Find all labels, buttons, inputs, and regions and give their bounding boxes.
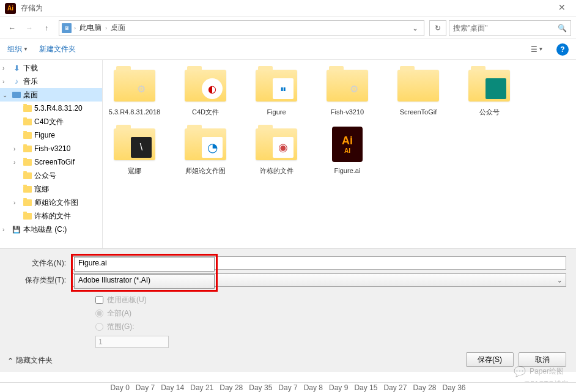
sidebar-item-label: 桌面 (23, 90, 38, 100)
file-label: 5.3.R4.8.31.2018 (108, 108, 161, 116)
filetype-hl: Adobe Illustrator (*.AI) (74, 274, 215, 289)
folder-icon: ◐ (185, 70, 226, 102)
sidebar-item-6[interactable]: ›Fish-v3210 (0, 142, 102, 155)
sidebar-item-label: 公众号 (34, 171, 56, 181)
main-area: ›⬇下载›♪音乐⌄桌面 5.3.R4.8.31.20 C4D文件 Figure›… (0, 60, 576, 248)
folder-icon (23, 171, 32, 180)
file-label: 公众号 (462, 108, 516, 116)
music-icon: ♪ (12, 77, 21, 86)
sidebar-item-11[interactable]: 许栋的文件 (0, 209, 102, 223)
file-item-0[interactable]: ⚙5.3.R4.8.31.2018 (108, 66, 161, 116)
all-radio[interactable] (95, 309, 103, 317)
search-icon[interactable]: 🔍 (558, 24, 567, 32)
range-input[interactable] (95, 336, 169, 348)
folder-icon: ⚙ (114, 70, 155, 102)
back-button[interactable]: ← (5, 21, 20, 35)
file-label: Fish-v3210 (320, 108, 374, 116)
sidebar: ›⬇下载›♪音乐⌄桌面 5.3.R4.8.31.20 C4D文件 Figure›… (0, 60, 103, 248)
app-icon: Ai (5, 3, 16, 14)
file-item-7[interactable]: ◔师姐论文作图 (179, 125, 232, 175)
chevron-up-icon: ⌃ (7, 357, 13, 365)
sidebar-item-0[interactable]: ›⬇下载 (0, 61, 102, 75)
chevron-icon (13, 213, 21, 220)
file-item-2[interactable]: ▮▮Figure (249, 66, 303, 116)
sidebar-item-9[interactable]: 寇娜 (0, 182, 102, 196)
ai-file-icon: AiAI (332, 127, 363, 162)
new-folder-button[interactable]: 新建文件夹 (39, 44, 76, 54)
close-button[interactable]: ✕ (553, 2, 571, 15)
forward-button[interactable]: → (22, 21, 37, 35)
file-item-9[interactable]: AiAIFigure.ai (320, 125, 374, 175)
folder-icon (23, 131, 32, 139)
organize-menu[interactable]: 组织▼ (7, 44, 28, 54)
file-item-4[interactable]: ScreenToGif (391, 66, 445, 116)
file-item-6[interactable]: \寇娜 (108, 125, 161, 175)
use-artboard-checkbox[interactable] (95, 296, 103, 304)
folder-icon (23, 144, 32, 153)
sidebar-item-1[interactable]: ›♪音乐 (0, 75, 102, 88)
view-menu[interactable]: ☰ ▼ (528, 42, 545, 57)
folder-icon: ◉ (256, 128, 297, 160)
chevron-icon: › (2, 65, 10, 72)
sidebar-item-label: ScreenToGif (34, 158, 75, 166)
disk-icon: 💾 (12, 225, 21, 234)
chevron-icon (13, 105, 21, 112)
download-icon: ⬇ (12, 64, 21, 72)
sidebar-item-label: 音乐 (23, 76, 38, 87)
refresh-button[interactable]: ↻ (429, 20, 446, 36)
sidebar-item-label: 下载 (23, 63, 38, 73)
highlighted-fields: Figure.ai Adobe Illustrator (*.AI) (71, 254, 218, 292)
file-item-5[interactable]: 公众号 (462, 66, 516, 116)
toolbar: 组织▼ 新建文件夹 ☰ ▼ ? (0, 39, 576, 60)
use-artboard-label: 使用画板(U) (107, 295, 147, 305)
breadcrumb-dropdown[interactable]: ⌄ (409, 24, 421, 32)
breadcrumb[interactable]: 🖥 › 此电脑 › 桌面 ⌄ (59, 20, 424, 36)
search-box[interactable]: 🔍 (449, 20, 571, 36)
folder-icon: ⚙ (327, 70, 368, 102)
sidebar-item-label: 本地磁盘 (C:) (23, 224, 67, 235)
breadcrumb-current[interactable]: 桌面 (109, 23, 127, 33)
sidebar-item-label: Figure (34, 131, 55, 139)
sidebar-item-10[interactable]: ›师姐论文作图 (0, 196, 102, 209)
sidebar-item-label: 师姐论文作图 (34, 198, 78, 208)
titlebar: Ai 存储为 ✕ (0, 0, 576, 17)
breadcrumb-root[interactable]: 此电脑 (78, 23, 103, 33)
file-label: ScreenToGif (391, 108, 445, 116)
file-item-3[interactable]: ⚙Fish-v3210 (320, 66, 374, 116)
file-label: C4D文件 (179, 108, 232, 116)
file-label: Figure (249, 108, 303, 116)
sidebar-item-4[interactable]: C4D文件 (0, 115, 102, 128)
sidebar-item-8[interactable]: 公众号 (0, 169, 102, 182)
sidebar-item-5[interactable]: Figure (0, 128, 102, 142)
file-item-8[interactable]: ◉许栋的文件 (249, 125, 303, 175)
hide-folders-toggle[interactable]: ⌃ 隐藏文件夹 (7, 355, 53, 366)
sidebar-item-12[interactable]: ›💾本地磁盘 (C:) (0, 223, 102, 236)
save-button[interactable]: 保存(S) (466, 352, 514, 367)
sidebar-item-label: Fish-v3210 (34, 144, 70, 153)
artboard-options: 使用画板(U) 全部(A) 范围(G): (95, 293, 566, 348)
chevron-icon: › (2, 78, 10, 85)
sidebar-item-3[interactable]: 5.3.R4.8.31.20 (0, 102, 102, 115)
sidebar-item-2[interactable]: ⌄桌面 (0, 88, 102, 102)
help-button[interactable]: ? (556, 43, 569, 56)
folder-icon (23, 104, 32, 113)
search-input[interactable] (453, 24, 558, 32)
sidebar-item-label: 寇娜 (34, 184, 49, 194)
chevron-right-icon: › (74, 25, 76, 31)
chevron-icon: › (13, 199, 21, 206)
folder-icon (23, 198, 32, 207)
range-radio[interactable] (95, 323, 103, 331)
folder-icon (397, 70, 439, 102)
chevron-icon (13, 119, 21, 125)
file-item-1[interactable]: ◐C4D文件 (179, 66, 232, 116)
folder-icon (23, 212, 32, 220)
cancel-button[interactable]: 取消 (519, 352, 566, 367)
folder-icon: ◔ (185, 128, 226, 160)
desktop-icon (12, 91, 21, 99)
chevron-icon: › (13, 146, 21, 152)
chevron-icon: › (13, 159, 21, 166)
navbar: ← → ↑ 🖥 › 此电脑 › 桌面 ⌄ ↻ 🔍 (0, 17, 576, 39)
up-button[interactable]: ↑ (39, 21, 54, 35)
sidebar-item-7[interactable]: ›ScreenToGif (0, 155, 102, 169)
file-label: 许栋的文件 (249, 166, 303, 175)
